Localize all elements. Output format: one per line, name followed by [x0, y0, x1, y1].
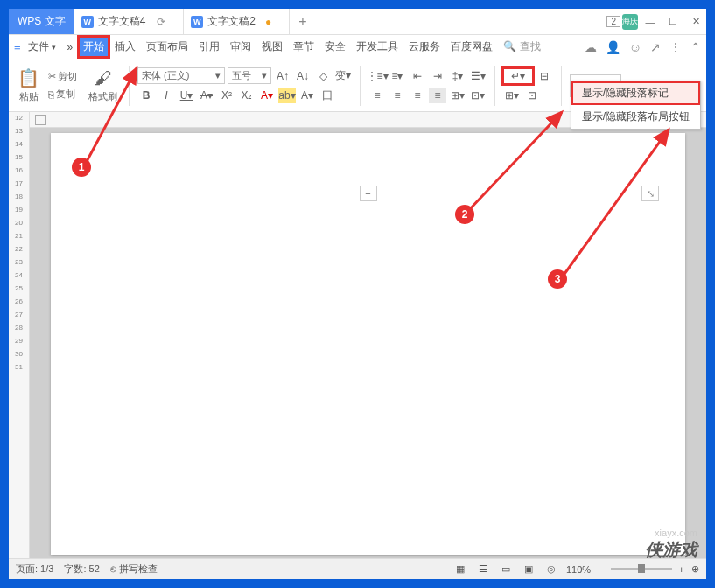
line-spacing-button[interactable]: ‡▾	[449, 68, 466, 84]
tab-close-icon[interactable]: ⟳	[157, 16, 165, 28]
menu-security[interactable]: 安全	[320, 37, 350, 57]
paste-button[interactable]: 📋 粘贴	[14, 66, 43, 105]
decrease-font-icon[interactable]: A↓	[294, 68, 312, 84]
subscript-button[interactable]: X₂	[238, 88, 256, 103]
spellcheck-toggle[interactable]: ⎋ 拼写检查	[110, 563, 158, 576]
menu-review[interactable]: 审阅	[226, 37, 256, 57]
align-left-button[interactable]: ≡	[368, 88, 386, 103]
window-count[interactable]: 2	[606, 16, 620, 27]
menu-baidu[interactable]: 百度网盘	[446, 37, 497, 57]
page-collapse-button[interactable]: ⤡	[641, 186, 659, 201]
tab-label: 文字文稿2	[207, 14, 256, 29]
user-icon[interactable]: 👤	[606, 40, 620, 54]
highlight-button[interactable]: ab▾	[278, 88, 296, 103]
titlebar: WPS 文字 W 文字文稿4 ⟳ W 文字文稿2 ● + 2 海庆 — ☐ ✕	[9, 9, 706, 35]
phonetic-icon[interactable]: 变▾	[334, 68, 352, 84]
menubar: ≡ 文件▾ » 开始 插入 页面布局 引用 审阅 视图 章节 安全 开发工具 云…	[9, 35, 706, 60]
strikethrough-button[interactable]: A▾	[198, 88, 215, 103]
font-name-select[interactable]: 宋体 (正文)▾	[137, 67, 225, 84]
tab-label: 文字文稿4	[98, 14, 146, 29]
menu-cloud[interactable]: 云服务	[404, 37, 445, 57]
clear-format-icon[interactable]: ◇	[314, 68, 332, 84]
maximize-button[interactable]: ☐	[662, 13, 683, 31]
numbering-button[interactable]: ≡▾	[389, 68, 406, 84]
close-button[interactable]: ✕	[685, 13, 706, 31]
page-indicator[interactable]: 页面: 1/3	[16, 563, 53, 576]
doc-icon: W	[191, 16, 203, 28]
menu-insert[interactable]: 插入	[110, 37, 140, 57]
menu-app-icon: ≡	[14, 40, 21, 53]
minimize-button[interactable]: —	[640, 13, 661, 31]
increase-font-icon[interactable]: A↑	[274, 68, 291, 84]
align-center-button[interactable]: ≡	[389, 88, 406, 103]
menu-home[interactable]: 开始	[79, 37, 109, 57]
superscript-button[interactable]: X²	[218, 88, 235, 103]
view-focus-icon[interactable]: ◎	[543, 563, 559, 577]
font-color-button[interactable]: A▾	[258, 88, 276, 103]
menu-pagelayout[interactable]: 页面布局	[142, 37, 193, 57]
brush-icon: 🖌	[95, 68, 112, 88]
tab-doc4[interactable]: W 文字文稿4 ⟳	[74, 9, 184, 34]
menu-references[interactable]: 引用	[194, 37, 224, 57]
clipboard-icon: 📋	[18, 67, 39, 88]
statusbar: 页面: 1/3 字数: 52 ⎋ 拼写检查 ▦ ☰ ▭ ▣ ◎ 110% − +…	[9, 558, 706, 579]
shading-button[interactable]: ⊡▾	[469, 88, 487, 103]
menu-file[interactable]: 文件▾	[23, 37, 61, 57]
tab-add-button[interactable]: +	[290, 14, 315, 30]
show-marks-dropdown: 显示/隐藏段落标记 显示/隐藏段落布局按钮	[571, 80, 701, 130]
more-icon[interactable]: ⋮	[669, 40, 682, 54]
word-count[interactable]: 字数: 52	[64, 563, 99, 576]
font-size-select[interactable]: 五号▾	[228, 67, 271, 84]
dirty-dot-icon: ●	[265, 16, 271, 28]
note-icon[interactable]: ☺	[629, 40, 641, 54]
zoom-value[interactable]: 110%	[566, 564, 591, 575]
underline-button[interactable]: U▾	[178, 88, 195, 103]
fit-button[interactable]: ⊕	[691, 564, 699, 575]
avatar[interactable]: 海庆	[622, 14, 638, 30]
paste-label: 粘贴	[19, 90, 39, 103]
view-read-icon[interactable]: ▣	[521, 563, 536, 577]
menu-search[interactable]: 🔍 查找	[499, 37, 544, 57]
distribute-button[interactable]: ⊞▾	[449, 88, 466, 103]
align-right-button[interactable]: ≡	[409, 88, 426, 103]
page-add-button[interactable]: +	[360, 186, 377, 201]
tabs-button[interactable]: ⊟	[536, 68, 553, 84]
view-web-icon[interactable]: ▭	[498, 563, 514, 577]
view-print-icon[interactable]: ▦	[452, 563, 468, 577]
toggle-layout-buttons[interactable]: 显示/隐藏段落布局按钮	[571, 105, 700, 129]
share-icon[interactable]: ↗	[650, 40, 661, 54]
doc-icon: W	[81, 16, 94, 28]
increase-indent-button[interactable]: ⇥	[429, 68, 446, 84]
zoom-out-button[interactable]: −	[598, 564, 603, 575]
copy-button[interactable]: ⎘ 复制	[46, 87, 80, 102]
annotation-2: 2	[455, 205, 474, 224]
italic-button[interactable]: I	[158, 88, 175, 103]
cloud-icon[interactable]: ☁	[585, 40, 597, 54]
menu-devtools[interactable]: 开发工具	[352, 37, 403, 57]
collapse-icon[interactable]: ⌃	[690, 40, 701, 54]
cut-button[interactable]: ✂ 剪切	[46, 69, 80, 84]
view-outline-icon[interactable]: ☰	[475, 563, 491, 577]
align-justify-button[interactable]: ≡	[429, 88, 446, 103]
format-painter-button[interactable]: 🖌 格式刷	[85, 66, 121, 105]
annotation-1: 1	[72, 158, 91, 177]
format-painter-label: 格式刷	[88, 90, 117, 103]
tab-doc2[interactable]: W 文字文稿2 ●	[183, 9, 290, 34]
para-button[interactable]: ⊡	[523, 88, 541, 103]
zoom-slider[interactable]	[611, 568, 672, 570]
menu-view[interactable]: 视图	[257, 37, 287, 57]
sort-button[interactable]: ☰▾	[469, 68, 487, 84]
page[interactable]: + ⤡	[51, 133, 685, 555]
decrease-indent-button[interactable]: ⇤	[409, 68, 426, 84]
border-button[interactable]: ⊞▾	[503, 88, 521, 103]
document-area: + ⤡	[30, 112, 706, 558]
zoom-in-button[interactable]: +	[679, 564, 684, 575]
bold-button[interactable]: B	[137, 88, 155, 103]
bullets-button[interactable]: ⋮≡▾	[368, 68, 386, 84]
char-border-button[interactable]: 囗	[319, 88, 336, 103]
toggle-paragraph-marks[interactable]: 显示/隐藏段落标记	[571, 81, 700, 105]
menu-sections[interactable]: 章节	[289, 37, 319, 57]
show-marks-button[interactable]: ↵▾	[503, 68, 533, 84]
menu-overflow[interactable]: »	[63, 38, 78, 56]
char-shading-button[interactable]: A▾	[298, 88, 316, 103]
